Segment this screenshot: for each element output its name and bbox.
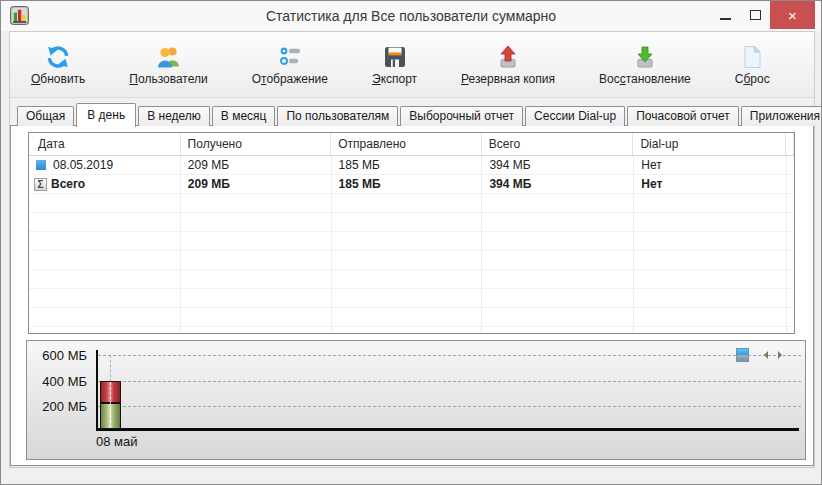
main-panel: Обновить Пользователи: [9, 31, 815, 468]
tab-v-nedelyu[interactable]: В неделю: [138, 106, 210, 126]
tab-pochasovoy-otchet[interactable]: Почасовой отчет: [627, 106, 739, 126]
column-header-filler: [786, 133, 794, 155]
restore-button[interactable]: Восстановление: [594, 42, 696, 87]
tab-page: Дата Получено Отправлено Всего Dial-up 0…: [10, 125, 814, 466]
stacked-bar-08-may: [100, 381, 121, 429]
backup-label: Резервная копия: [461, 72, 555, 86]
gridline-400: [98, 381, 801, 382]
total-cell: 394 МБ: [482, 156, 634, 174]
label-part: тановление: [626, 72, 691, 86]
y-tick-600: 600 МБ: [31, 348, 87, 363]
slider-right-arrow-icon[interactable]: [778, 351, 786, 359]
gridline-600: [98, 355, 801, 356]
tab-vyborochny-otchet[interactable]: Выборочный отчет: [400, 106, 523, 126]
label-part: кспорт: [381, 72, 417, 86]
filler-cell: [787, 156, 794, 174]
label-part: Вос: [599, 72, 620, 86]
floppy-save-icon: [383, 43, 407, 70]
column-header-received[interactable]: Получено: [181, 133, 332, 155]
date-cell: Σ Всего: [29, 175, 181, 193]
filler-cell: [787, 175, 794, 193]
sent-cell: 185 МБ: [332, 175, 483, 193]
total-cell: 394 МБ: [482, 175, 634, 193]
x-axis: [96, 428, 799, 431]
bar-guide-dashed-line: [110, 355, 111, 382]
users-icon: [156, 43, 182, 70]
y-axis: [96, 350, 98, 431]
cell-text: Всего: [51, 175, 85, 193]
column-header-date[interactable]: Дата: [29, 133, 181, 155]
users-label: Пользователи: [129, 72, 207, 86]
minimize-icon: [720, 18, 731, 20]
y-tick-400: 400 МБ: [31, 374, 87, 389]
label-part: езервная копия: [469, 72, 555, 86]
received-cell: 209 МБ: [181, 175, 332, 193]
statistics-table: Дата Получено Отправлено Всего Dial-up 0…: [28, 132, 795, 334]
reset-button[interactable]: Сброс: [730, 42, 775, 87]
label-accesskey: Э: [372, 72, 381, 86]
toolbar: Обновить Пользователи: [10, 32, 814, 98]
restore-down-arrow-icon: [633, 43, 657, 70]
tab-v-den[interactable]: В день: [76, 103, 136, 127]
maximize-button[interactable]: [740, 1, 770, 29]
close-icon: ×: [788, 7, 797, 24]
table-header-row: Дата Получено Отправлено Всего Dial-up: [29, 133, 794, 156]
tab-sessii-dialup[interactable]: Сессии Dial-up: [525, 106, 625, 126]
tab-obshchaya[interactable]: Общая: [17, 106, 74, 126]
sigma-icon: Σ: [34, 178, 47, 191]
app-window: Статистика для Все пользователи суммарно…: [0, 0, 822, 485]
users-button[interactable]: Пользователи: [124, 42, 212, 87]
export-button[interactable]: Экспорт: [367, 42, 422, 87]
cell-text: 08.05.2019: [53, 156, 113, 174]
label-part: бновить: [40, 72, 85, 86]
empty-row: [29, 327, 794, 334]
maximize-icon: [750, 10, 761, 20]
y-tick-200: 200 МБ: [31, 399, 87, 414]
sent-cell: 185 МБ: [332, 156, 483, 174]
slider-left-arrow-icon[interactable]: [760, 351, 768, 359]
empty-row: [29, 308, 794, 327]
refresh-label: Обновить: [31, 72, 85, 86]
blue-square-icon: [36, 160, 46, 170]
label-part: ользователи: [138, 72, 208, 86]
column-header-sent[interactable]: Отправлено: [331, 133, 482, 155]
column-header-dialup[interactable]: Dial-up: [633, 133, 786, 155]
gridline-200: [98, 406, 801, 407]
bar-center-dashed-line: [110, 382, 111, 428]
tab-po-polzovatelyam[interactable]: По пользователям: [277, 106, 398, 126]
backup-button[interactable]: Резервная копия: [456, 42, 560, 87]
dialup-cell: Нет: [634, 156, 787, 174]
tab-v-mesyats[interactable]: В месяц: [212, 106, 276, 126]
display-options-icon: [278, 43, 302, 70]
display-label: Отображение: [252, 72, 328, 86]
empty-row: [29, 251, 794, 270]
restore-label: Восстановление: [599, 72, 691, 86]
empty-row: [29, 270, 794, 289]
empty-row: [29, 194, 794, 213]
label-part: ображение: [266, 72, 328, 86]
date-cell: 08.05.2019: [29, 156, 181, 174]
label-part: О: [252, 72, 261, 86]
column-header-total[interactable]: Всего: [482, 133, 634, 155]
label-part: рос: [750, 72, 769, 86]
label-accesskey: П: [129, 72, 138, 86]
traffic-chart: 600 МБ 400 МБ 200 МБ 08 май: [26, 340, 806, 460]
reset-label: Сброс: [735, 72, 770, 86]
display-button[interactable]: Отображение: [247, 42, 333, 87]
empty-row: [29, 289, 794, 308]
chart-zoom-slider-handle[interactable]: [736, 348, 749, 362]
blank-page-icon: [740, 43, 764, 70]
table-row-total[interactable]: Σ Всего 209 МБ 185 МБ 394 МБ Нет: [29, 175, 794, 194]
label-accesskey: Р: [461, 72, 468, 86]
dialup-cell: Нет: [634, 175, 787, 193]
received-cell: 209 МБ: [181, 156, 332, 174]
empty-row: [29, 213, 794, 232]
label-accesskey: О: [31, 72, 40, 86]
table-row-date[interactable]: 08.05.2019 209 МБ 185 МБ 394 МБ Нет: [29, 156, 794, 175]
refresh-button[interactable]: Обновить: [26, 42, 90, 87]
refresh-icon: [45, 43, 71, 70]
minimize-button[interactable]: [710, 1, 740, 29]
close-button[interactable]: ×: [770, 1, 815, 29]
tab-prilozheniya[interactable]: Приложения: [741, 106, 822, 126]
tabstrip: Общая В день В неделю В месяц По пользов…: [17, 102, 822, 126]
